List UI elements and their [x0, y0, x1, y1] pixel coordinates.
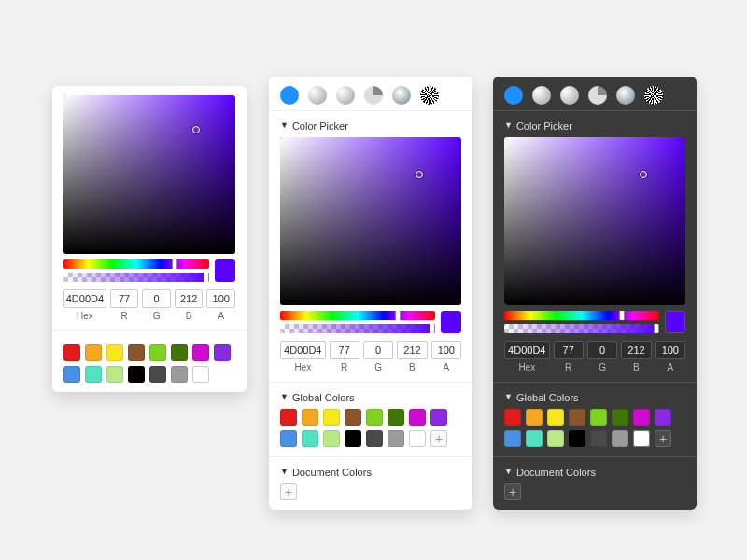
swatch-8[interactable] — [63, 366, 80, 383]
swatch-10[interactable] — [547, 430, 564, 447]
swatch-11[interactable] — [569, 430, 585, 447]
hex-input[interactable] — [504, 341, 550, 359]
color-field-cursor[interactable] — [640, 171, 647, 178]
swatch-1[interactable] — [302, 409, 318, 426]
swatch-3[interactable] — [345, 409, 361, 426]
add-document-swatch-button[interactable]: + — [280, 483, 297, 500]
swatch-0[interactable] — [280, 409, 297, 426]
swatch-12[interactable] — [149, 366, 166, 383]
r-input[interactable] — [554, 341, 584, 359]
swatch-5[interactable] — [612, 409, 628, 426]
global_colors-header[interactable]: ▼Global Colors — [504, 392, 685, 403]
swatch-10[interactable] — [106, 366, 123, 383]
swatch-3[interactable] — [569, 409, 585, 426]
swatch-7[interactable] — [430, 409, 447, 426]
document_colors-header[interactable]: ▼Document Colors — [280, 467, 461, 478]
swatch-12[interactable] — [366, 430, 383, 447]
swatch-1[interactable] — [526, 409, 543, 426]
swatch-11[interactable] — [345, 430, 361, 447]
alpha-thumb[interactable] — [430, 324, 435, 333]
r-input[interactable] — [330, 341, 359, 359]
document_colors-header[interactable]: ▼Document Colors — [504, 467, 685, 478]
swatch-6[interactable] — [409, 409, 426, 426]
color-field-cursor[interactable] — [416, 171, 423, 178]
fill-mode-solid[interactable] — [280, 86, 299, 105]
b-input[interactable] — [175, 289, 204, 308]
a-input[interactable] — [655, 341, 685, 359]
swatch-14[interactable] — [409, 430, 426, 447]
fill-mode-noise[interactable] — [420, 86, 439, 105]
fill-mode-solid[interactable] — [504, 86, 523, 105]
swatch-6[interactable] — [633, 409, 650, 426]
swatch-11[interactable] — [128, 366, 145, 383]
swatch-12[interactable] — [590, 430, 607, 447]
swatch-7[interactable] — [655, 409, 671, 426]
fill-mode-radial[interactable] — [336, 86, 355, 105]
a-input[interactable] — [431, 341, 461, 359]
swatch-3[interactable] — [128, 344, 145, 361]
fill-mode-radial[interactable] — [560, 86, 579, 105]
swatch-9[interactable] — [526, 430, 543, 447]
swatch-14[interactable] — [633, 430, 650, 447]
fill-mode-image[interactable] — [392, 86, 411, 105]
swatch-14[interactable] — [192, 366, 209, 383]
swatch-13[interactable] — [388, 430, 404, 447]
alpha-thumb[interactable] — [654, 324, 659, 333]
swatch-5[interactable] — [171, 344, 188, 361]
swatch-7[interactable] — [214, 344, 231, 361]
g-input[interactable] — [587, 341, 617, 359]
swatch-9[interactable] — [302, 430, 318, 447]
swatch-10[interactable] — [323, 430, 340, 447]
alpha-slider[interactable] — [280, 324, 435, 333]
hue-thumb[interactable] — [619, 311, 625, 320]
hue-thumb[interactable] — [172, 259, 177, 269]
alpha-slider[interactable] — [63, 273, 209, 282]
fill-mode-angular[interactable] — [364, 86, 383, 105]
fill-mode-linear[interactable] — [532, 86, 551, 105]
r-input[interactable] — [110, 289, 139, 308]
current-color-swatch[interactable] — [215, 259, 235, 282]
hex-input[interactable] — [280, 341, 326, 359]
fill-mode-image[interactable] — [616, 86, 635, 105]
alpha-slider[interactable] — [504, 324, 659, 333]
swatch-1[interactable] — [85, 344, 102, 361]
fill-mode-angular[interactable] — [588, 86, 607, 105]
color-field[interactable] — [280, 137, 461, 305]
swatch-4[interactable] — [590, 409, 607, 426]
swatch-5[interactable] — [388, 409, 404, 426]
hue-slider[interactable] — [280, 311, 435, 320]
swatch-0[interactable] — [63, 344, 80, 361]
a-input[interactable] — [206, 289, 235, 308]
g-input[interactable] — [363, 341, 393, 359]
color_picker-header[interactable]: ▼Color Picker — [504, 120, 685, 132]
swatch-2[interactable] — [547, 409, 564, 426]
fill-mode-linear[interactable] — [308, 86, 327, 105]
add-swatch-button[interactable]: + — [655, 430, 671, 447]
hue-slider[interactable] — [504, 311, 659, 320]
g-input[interactable] — [142, 289, 171, 308]
swatch-2[interactable] — [106, 344, 123, 361]
swatch-4[interactable] — [149, 344, 166, 361]
b-input[interactable] — [621, 341, 651, 359]
swatch-0[interactable] — [504, 409, 521, 426]
swatch-2[interactable] — [323, 409, 340, 426]
swatch-6[interactable] — [192, 344, 209, 361]
swatch-13[interactable] — [171, 366, 188, 383]
current-color-swatch[interactable] — [441, 311, 461, 333]
color-field[interactable] — [504, 137, 685, 305]
swatch-8[interactable] — [504, 430, 521, 447]
global_colors-header[interactable]: ▼Global Colors — [280, 392, 461, 403]
swatch-4[interactable] — [366, 409, 383, 426]
hex-input[interactable] — [63, 289, 106, 308]
fill-mode-noise[interactable] — [644, 86, 663, 105]
color-field[interactable] — [63, 95, 235, 254]
alpha-thumb[interactable] — [204, 273, 209, 282]
add-document-swatch-button[interactable]: + — [504, 483, 521, 500]
color-field-cursor[interactable] — [192, 126, 200, 133]
swatch-9[interactable] — [85, 366, 102, 383]
color_picker-header[interactable]: ▼Color Picker — [280, 120, 461, 132]
hue-slider[interactable] — [63, 259, 209, 269]
hue-thumb[interactable] — [395, 311, 401, 320]
add-swatch-button[interactable]: + — [430, 430, 447, 447]
b-input[interactable] — [397, 341, 427, 359]
